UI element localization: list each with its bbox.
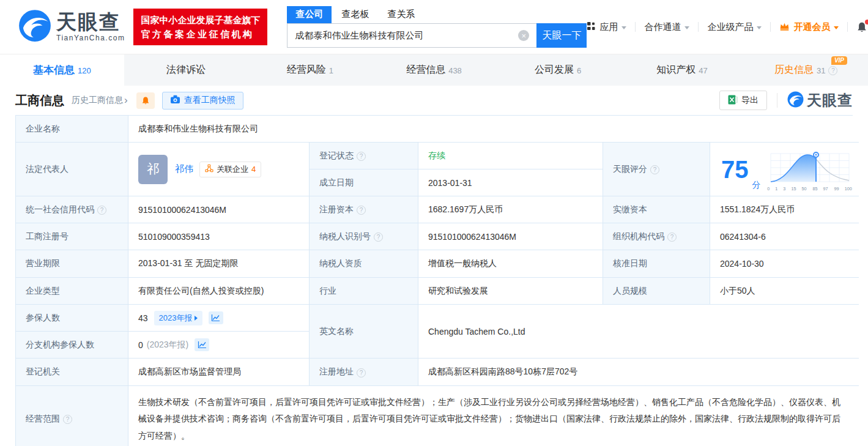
tab-legal-proceedings[interactable]: 法律诉讼 [124, 54, 248, 86]
monitor-bell-button[interactable] [136, 92, 155, 109]
logo-title: 天眼查 [56, 12, 125, 32]
nav-partner-channel[interactable]: 合作通道 [644, 21, 689, 33]
company-section-tabs: 基本信息 120 法律诉讼 经营风险 1 经营信息 438 公司发展 6 知识产… [0, 54, 868, 86]
tab-basic-info[interactable]: 基本信息 120 [0, 54, 124, 86]
label-text: 纳税人识别号 [319, 231, 371, 242]
tab-history-info[interactable]: VIP 历史信息 31 [744, 54, 868, 86]
search-input[interactable] [287, 23, 536, 48]
tab-intellectual-property[interactable]: 知识产权 47 [620, 54, 744, 86]
help-icon[interactable] [357, 152, 366, 161]
tianyancha-company-page: 天眼查 TianYanCha.com 国家中小企业发展子基金旗下 官方备案企业征… [0, 0, 868, 446]
paid-capital-value: 1551.1824万人民币 [710, 196, 859, 223]
label-text: 注册资本 [319, 204, 354, 215]
tab-operation-risk[interactable]: 经营风险 1 [248, 54, 372, 86]
tab-operation-info[interactable]: 经营信息 438 [372, 54, 496, 86]
credit-code-value: 91510100062413046M [128, 196, 310, 223]
company-name-label: 企业名称 [16, 116, 128, 143]
tab-label: 公司发展 [535, 64, 574, 76]
branch-insured-trend-chart-button[interactable] [195, 338, 209, 351]
org-code-value: 06241304-6 [710, 223, 859, 250]
help-icon[interactable] [63, 415, 72, 424]
business-scope-value: 生物技术研发（不含前置许可项目，后置许可项目凭许可证或审批文件经营）；生产（涉及… [128, 386, 859, 446]
reg-authority-label: 登记机关 [16, 359, 128, 386]
nav-open-vip[interactable]: 开通会员 [779, 21, 839, 33]
divider [777, 93, 777, 108]
related-companies-count: 4 [251, 165, 256, 174]
tab-company-development[interactable]: 公司发展 6 [496, 54, 620, 86]
label-text: 经营范围 [26, 414, 60, 425]
legal-rep-label: 法定代表人 [16, 143, 128, 196]
annual-report-badge[interactable]: 2023年报 [154, 311, 202, 325]
search-tab-company[interactable]: 查公司 [287, 6, 332, 23]
help-icon[interactable] [667, 232, 677, 242]
establish-date-label: 成立日期 [310, 169, 418, 196]
annual-report-label: 2023年报 [159, 313, 193, 324]
insured-count-label: 参保人数 [16, 305, 128, 332]
notifications-bell[interactable] [856, 21, 867, 33]
help-icon[interactable] [650, 165, 659, 174]
nav-apps[interactable]: 应用 [587, 21, 626, 33]
gov-certification-badge: 国家中小企业发展子基金旗下 官方备案企业征信机构 [133, 9, 267, 46]
nav-enterprise-label: 企业级产品 [707, 21, 753, 33]
nav-vip-label: 开通会员 [793, 21, 830, 33]
section-title: 工商信息 [15, 92, 64, 109]
search-tab-boss[interactable]: 查老板 [333, 6, 377, 23]
taxpayer-quality-label: 纳税人资质 [310, 250, 418, 278]
export-button-label: 导出 [741, 95, 759, 106]
legal-rep-name-link[interactable]: 祁伟 [175, 163, 193, 175]
chevron-down-icon [757, 26, 762, 29]
tab-count: 1 [329, 66, 333, 75]
divider [770, 22, 771, 32]
legal-rep-cell: 祁 祁伟 关联企业 4 [128, 143, 310, 196]
tianyancha-logo-icon [18, 9, 51, 45]
tab-label: 法律诉讼 [166, 64, 206, 76]
tab-label: 经营风险 [287, 64, 326, 76]
score-axis-ticks: 0131550859799100 [767, 186, 853, 191]
branch-insured-value: 0 [138, 340, 143, 350]
export-button[interactable]: 导出 [719, 91, 767, 110]
top-nav: 应用 合作通道 企业级产品 开通会员 [587, 21, 868, 33]
reg-capital-label: 注册资本 [310, 196, 418, 223]
nav-partner-label: 合作通道 [644, 21, 681, 33]
credit-code-label: 统一社会信用代码 [16, 196, 128, 223]
business-term-value: 2013-01-31 至 无固定期限 [128, 250, 310, 278]
insured-trend-chart-button[interactable] [209, 311, 223, 324]
business-info-table: 企业名称 成都泰和伟业生物科技有限公司 法定代表人 祁 祁伟 关联企业 4 登记… [15, 115, 853, 446]
legal-rep-avatar[interactable]: 祁 [138, 155, 168, 184]
reg-address-label: 注册地址 [310, 359, 418, 386]
help-icon[interactable] [828, 66, 837, 75]
divider [635, 22, 636, 32]
label-text: 登记状态 [319, 151, 354, 162]
chevron-right-icon [124, 94, 128, 106]
tianyan-score-cell[interactable]: 75 分 0131550859799100 [710, 143, 859, 196]
search-tab-relation[interactable]: 查关系 [379, 6, 423, 23]
industry-label: 行业 [310, 278, 418, 305]
history-business-info-link[interactable]: 历史工商信息 [72, 94, 128, 106]
excel-icon [728, 95, 738, 106]
tab-count: 120 [78, 66, 91, 75]
related-companies-badge[interactable]: 关联企业 4 [199, 162, 261, 177]
tab-label: 知识产权 [656, 64, 696, 76]
logo-domain: TianYanCha.com [56, 34, 125, 42]
gov-badge-line2: 官方备案企业征信机构 [141, 27, 260, 41]
label-text: 统一社会信用代码 [26, 204, 94, 215]
view-business-snapshot-button[interactable]: 查看工商快照 [162, 92, 243, 110]
help-icon[interactable] [374, 232, 383, 242]
nav-apps-label: 应用 [599, 21, 618, 33]
tab-count: 438 [448, 66, 462, 75]
site-logo[interactable]: 天眼查 TianYanCha.com [18, 9, 125, 45]
reg-capital-value: 1682.1697万人民币 [418, 196, 603, 223]
help-icon[interactable] [357, 368, 366, 377]
top-header: 天眼查 TianYanCha.com 国家中小企业发展子基金旗下 官方备案企业征… [0, 0, 868, 54]
tab-count: 47 [699, 66, 707, 75]
help-icon[interactable] [97, 206, 106, 215]
label-text: 注册地址 [319, 366, 354, 377]
watermark-brand-logo: 天眼查 [787, 91, 853, 110]
help-icon[interactable] [357, 206, 366, 215]
reg-status-value: 存续 [418, 143, 603, 169]
insured-count-cell: 43 2023年报 [128, 305, 310, 332]
tab-label: 历史信息 [774, 64, 814, 76]
label-text: 天眼评分 [613, 164, 647, 175]
nav-enterprise-products[interactable]: 企业级产品 [707, 21, 762, 33]
search-button[interactable]: 天眼一下 [536, 23, 587, 48]
